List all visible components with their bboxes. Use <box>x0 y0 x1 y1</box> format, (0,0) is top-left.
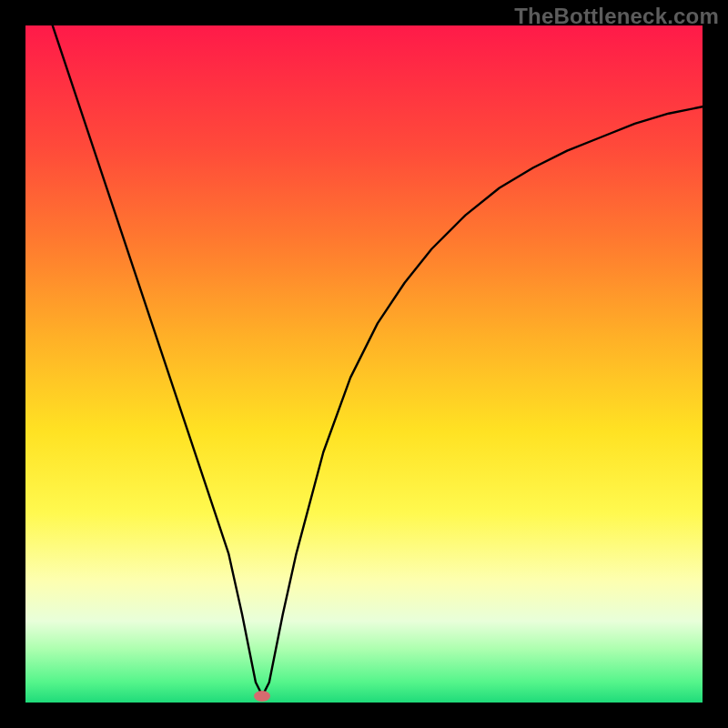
plot-area <box>25 25 703 703</box>
bottleneck-curve <box>53 25 703 696</box>
chart-frame: TheBottleneck.com <box>0 0 728 728</box>
minimum-marker <box>254 691 270 702</box>
curve-layer <box>25 25 703 703</box>
watermark-text: TheBottleneck.com <box>514 4 719 29</box>
